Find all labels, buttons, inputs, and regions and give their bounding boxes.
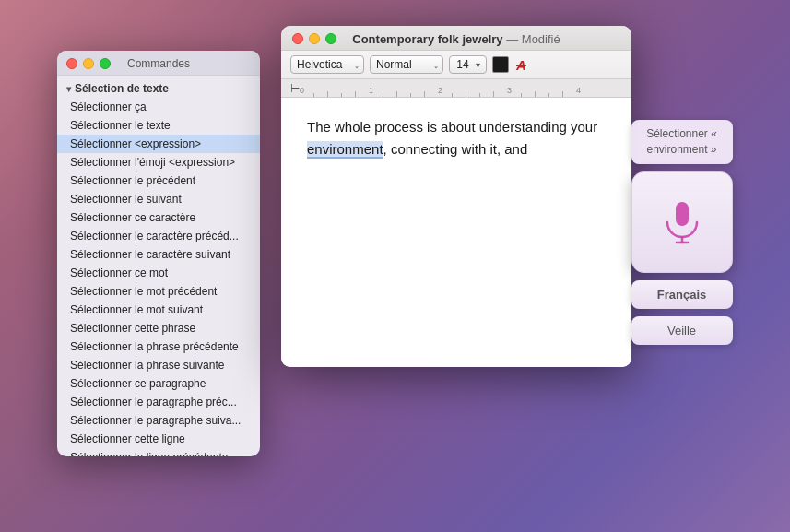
commands-titlebar: Commandes: [57, 51, 260, 76]
command-item[interactable]: Sélectionner l'émoji <expression>: [57, 153, 260, 171]
ruler-tick: [562, 91, 563, 97]
clear-format-button[interactable]: A: [516, 57, 526, 73]
svg-rect-0: [676, 202, 689, 226]
ruler-tick: [341, 93, 342, 97]
language-button[interactable]: Français: [631, 280, 733, 309]
doc-minimize-button[interactable]: [309, 33, 320, 44]
text-after-highlight: , connecting with it, and: [383, 141, 528, 157]
command-item[interactable]: Sélectionner le caractère précéd...: [57, 227, 260, 245]
font-size-control: 14 ▾: [449, 55, 487, 74]
voice-dictation-panel: Sélectionner « environment » Français Ve…: [629, 120, 735, 345]
font-style-wrapper: Normal: [370, 55, 443, 74]
font-family-select[interactable]: Helvetica: [290, 55, 364, 74]
close-button[interactable]: [66, 58, 77, 69]
command-item[interactable]: Sélectionner le paragraphe préc...: [57, 393, 260, 411]
ruler-tick: [410, 93, 411, 97]
ruler-mark: 2: [438, 86, 442, 95]
maximize-button[interactable]: [100, 58, 111, 69]
ruler-marks: 01234: [300, 79, 631, 97]
command-item[interactable]: Sélectionner la ligne précédente: [57, 448, 260, 456]
doc-close-button[interactable]: [292, 33, 303, 44]
document-title: Contemporary folk jewelry — Modifié: [352, 32, 560, 46]
command-item[interactable]: Sélectionner le suivant: [57, 190, 260, 208]
commands-section-header: ▾ Sélection de texte: [57, 79, 260, 98]
font-size-value: 14: [454, 58, 472, 71]
command-item[interactable]: Sélectionner le mot précédent: [57, 282, 260, 301]
document-ruler: ⊢ 01234: [281, 79, 631, 98]
command-item[interactable]: Sélectionner le précédent: [57, 171, 260, 190]
ruler-tick: [548, 93, 549, 97]
ruler-tick: [479, 93, 480, 97]
ruler-tick: [327, 91, 328, 97]
document-content: The whole process is about understanding…: [281, 98, 631, 367]
ruler-tick: [452, 93, 453, 97]
ruler-tick: [355, 91, 356, 97]
section-chevron-icon: ▾: [66, 84, 71, 94]
ruler-tick: [466, 91, 466, 97]
sleep-button[interactable]: Veille: [631, 316, 733, 345]
voice-phrase-bubble: Sélectionner « environment »: [631, 120, 733, 164]
command-item[interactable]: Sélectionner ça: [57, 98, 260, 116]
ruler-tick: [313, 93, 314, 97]
command-item[interactable]: Sélectionner ce paragraphe: [57, 374, 260, 393]
font-style-select[interactable]: Normal: [370, 55, 443, 74]
ruler-mark: 3: [507, 86, 512, 95]
commands-window-title: Commandes: [127, 57, 190, 70]
ruler-tick: [535, 91, 536, 97]
microphone-button[interactable]: [631, 171, 733, 273]
document-toolbar: Helvetica Normal 14 ▾ A: [281, 51, 631, 79]
document-window: Contemporary folk jewelry — Modifié Helv…: [281, 26, 631, 367]
ruler-mark: 4: [576, 86, 581, 95]
text-color-swatch[interactable]: [492, 56, 509, 73]
document-titlebar: Contemporary folk jewelry — Modifié: [281, 26, 631, 51]
command-item[interactable]: Sélectionner ce mot: [57, 264, 260, 282]
commands-list-container[interactable]: ▾ Sélection de texte Sélectionner çaSéle…: [57, 76, 260, 456]
document-modified-label: — Modifié: [506, 32, 560, 46]
ruler-mark: 0: [300, 86, 304, 95]
ruler-tick: [383, 93, 383, 97]
commands-list: Sélectionner çaSélectionner le texteSéle…: [57, 98, 260, 456]
ruler-tab-icon: ⊢: [290, 82, 300, 95]
command-item[interactable]: Sélectionner le mot suivant: [57, 301, 260, 319]
command-item[interactable]: Sélectionner le caractère suivant: [57, 245, 260, 264]
command-item[interactable]: Sélectionner la phrase précédente: [57, 337, 260, 356]
command-item[interactable]: Sélectionner le paragraphe suiva...: [57, 411, 260, 430]
minimize-button[interactable]: [83, 58, 94, 69]
text-highlighted: environment: [307, 141, 383, 159]
command-item[interactable]: Sélectionner la phrase suivante: [57, 356, 260, 374]
doc-maximize-button[interactable]: [325, 33, 336, 44]
command-item[interactable]: Sélectionner cette ligne: [57, 430, 260, 448]
commands-window: Commandes ▾ Sélection de texte Sélection…: [57, 51, 260, 456]
font-size-down-button[interactable]: ▾: [474, 60, 482, 70]
document-text: The whole process is about understanding…: [307, 116, 606, 160]
text-before-highlight: The whole process is about understanding…: [307, 119, 597, 135]
commands-section-label: Sélection de texte: [75, 82, 169, 95]
command-item[interactable]: Sélectionner ce caractère: [57, 208, 260, 227]
ruler-tick: [521, 93, 522, 97]
command-item[interactable]: Sélectionner cette phrase: [57, 319, 260, 337]
ruler-tick: [396, 91, 397, 97]
document-title-text: Contemporary folk jewelry: [352, 32, 502, 46]
ruler-mark: 1: [369, 86, 373, 95]
ruler-tick: [493, 91, 494, 97]
command-item[interactable]: Sélectionner le texte: [57, 116, 260, 135]
microphone-icon: [658, 198, 706, 246]
command-item[interactable]: Sélectionner <expression>: [57, 135, 260, 153]
ruler-tick: [424, 91, 425, 97]
font-family-wrapper: Helvetica: [290, 55, 364, 74]
